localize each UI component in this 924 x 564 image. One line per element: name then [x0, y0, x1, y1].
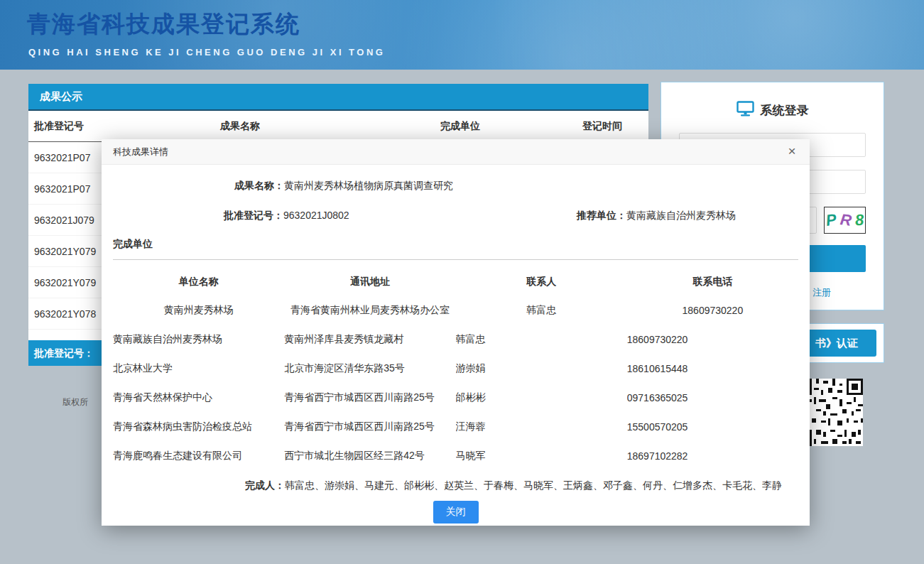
- modal-title: 科技成果详情: [113, 146, 168, 157]
- unit-phone: 18609730220: [627, 334, 798, 345]
- unit-address: 西宁市城北生物园区经三路42号: [284, 450, 455, 462]
- monitor-icon: [737, 101, 754, 120]
- unit-row: 青海省森林病虫害防治检疫总站 青海省西宁市城西区西川南路25号 汪海蓉 1550…: [113, 412, 798, 441]
- unit-name: 青海省森林病虫害防治检疫总站: [113, 421, 284, 433]
- reg-no-value: 9632021J0802: [283, 210, 349, 221]
- unit-contact: 马晓军: [456, 450, 627, 462]
- unit-name: 青海鹿鸣春生态建设有限公司: [113, 450, 284, 462]
- captcha-char: 8: [854, 211, 864, 230]
- unit-address: 北京市海淀区清华东路35号: [284, 362, 455, 375]
- page-title: 青海省科技成果登记系统: [27, 9, 300, 40]
- page-subtitle: QING HAI SHENG KE JI CHENG GUO DENG JI X…: [28, 47, 385, 58]
- reg-and-recommend-row: 批准登记号：9632021J0802 推荐单位：黄南藏族自治州麦秀林场: [113, 209, 798, 222]
- unit-col-phone: 联系电话: [627, 276, 798, 288]
- unit-name: 黄南州麦秀林场: [113, 304, 284, 317]
- unit-row: 黄南州麦秀林场 青海省黄南州林业局麦秀林场办公室 韩富忠 18609730220: [113, 295, 798, 325]
- modal-footer: 关闭: [113, 501, 798, 524]
- units-table-header: 单位名称 通讯地址 联系人 联系电话: [113, 269, 798, 295]
- achievement-detail-modal: 科技成果详情 × 成果名称：黄南州麦秀林场植物病原真菌调查研究 批准登记号：96…: [102, 139, 810, 526]
- close-icon[interactable]: ×: [783, 139, 801, 163]
- login-title-label: 系统登录: [761, 102, 809, 119]
- unit-col-name: 单位名称: [113, 276, 284, 288]
- achievement-name-row: 成果名称：黄南州麦秀林场植物病原真菌调查研究: [234, 179, 798, 192]
- achievement-name-value: 黄南州麦秀林场植物病原真菌调查研究: [284, 180, 453, 191]
- captcha-char: R: [839, 210, 852, 230]
- modal-body: 成果名称：黄南州麦秀林场植物病原真菌调查研究 批准登记号：9632021J080…: [102, 179, 810, 524]
- filter-label: 批准登记号：: [34, 347, 94, 359]
- results-table-header: 批准登记号 成果名称 完成单位 登记时间: [28, 111, 648, 142]
- completers-label: 完成人：: [245, 479, 285, 491]
- unit-name: 黄南藏族自治州麦秀林场: [113, 333, 284, 346]
- reg-no-field: 批准登记号：9632021J0802: [224, 209, 349, 222]
- unit-address: 黄南州泽库县麦秀镇龙藏村: [284, 333, 455, 346]
- unit-phone: 15500570205: [627, 421, 798, 433]
- unit-contact: 韩富忠: [456, 333, 627, 346]
- captcha-char: P: [825, 210, 837, 230]
- modal-header: 科技成果详情 ×: [102, 139, 810, 165]
- unit-col-address: 通讯地址: [284, 276, 455, 288]
- column-header-name: 成果名称: [214, 120, 435, 133]
- unit-phone: 18697102282: [627, 450, 798, 462]
- site-header: 青海省科技成果登记系统 QING HAI SHENG KE JI CHENG G…: [0, 0, 924, 70]
- login-title-row: 系统登录: [679, 101, 866, 120]
- unit-row: 青海鹿鸣春生态建设有限公司 西宁市城北生物园区经三路42号 马晓军 186971…: [113, 441, 798, 470]
- captcha-image[interactable]: P R 8: [824, 207, 866, 234]
- completers-value: 韩富忠、游崇娟、马建元、邰彬彬、赵英兰、于春梅、马晓军、王炳鑫、邓子鑫、何丹、仁…: [285, 479, 782, 491]
- column-header-unit: 完成单位: [435, 120, 577, 133]
- unit-name: 青海省天然林保护中心: [113, 391, 284, 404]
- recommend-unit-value: 黄南藏族自治州麦秀林场: [626, 210, 736, 221]
- unit-address: 青海省西宁市城西区西川南路25号: [284, 421, 455, 433]
- achievement-name-label: 成果名称：: [234, 180, 284, 191]
- unit-row: 北京林业大学 北京市海淀区清华东路35号 游崇娟 18610615448: [113, 354, 798, 383]
- register-link[interactable]: 注册: [812, 287, 831, 298]
- column-header-reg-no: 批准登记号: [28, 120, 214, 133]
- unit-contact: 邰彬彬: [456, 391, 627, 404]
- unit-contact: 韩富忠: [456, 304, 627, 317]
- units-table: 单位名称 通讯地址 联系人 联系电话 黄南州麦秀林场 青海省黄南州林业局麦秀林场…: [113, 269, 798, 470]
- unit-phone: 18609730220: [627, 305, 798, 316]
- unit-contact: 游崇娟: [456, 362, 627, 375]
- unit-col-contact: 联系人: [456, 276, 627, 288]
- unit-row: 黄南藏族自治州麦秀林场 黄南州泽库县麦秀镇龙藏村 韩富忠 18609730220: [113, 325, 798, 354]
- unit-row: 青海省天然林保护中心 青海省西宁市城西区西川南路25号 邰彬彬 09716365…: [113, 383, 798, 412]
- completers-row: 完成人：韩富忠、游崇娟、马建元、邰彬彬、赵英兰、于春梅、马晓军、王炳鑫、邓子鑫、…: [245, 479, 798, 492]
- unit-contact: 汪海蓉: [456, 421, 627, 433]
- unit-phone: 09716365025: [627, 392, 798, 403]
- unit-name: 北京林业大学: [113, 362, 284, 375]
- recommend-unit-field: 推荐单位：黄南藏族自治州麦秀林场: [577, 209, 736, 222]
- reg-no-label: 批准登记号：: [224, 210, 283, 221]
- recommend-unit-label: 推荐单位：: [577, 210, 626, 221]
- results-panel-title: 成果公示: [28, 84, 648, 111]
- unit-address: 青海省西宁市城西区西川南路25号: [284, 391, 455, 404]
- column-header-time: 登记时间: [577, 120, 648, 133]
- unit-phone: 18610615448: [627, 363, 798, 374]
- unit-address: 青海省黄南州林业局麦秀林场办公室: [284, 304, 455, 317]
- units-section-title: 完成单位: [113, 238, 798, 260]
- close-button[interactable]: 关闭: [433, 501, 479, 524]
- copyright-text: 版权所: [62, 396, 88, 408]
